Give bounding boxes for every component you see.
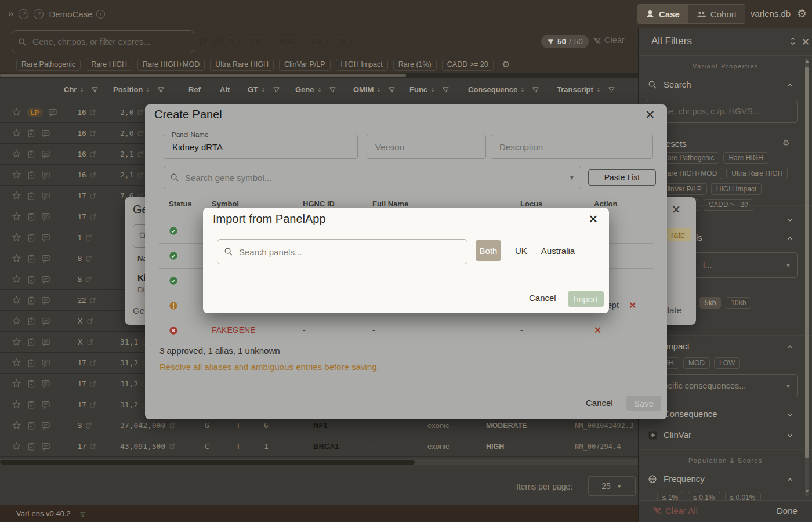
close-sidebar-icon[interactable]: ✕ [802,36,810,48]
comment-icon[interactable] [41,296,50,305]
external-link-icon[interactable] [85,234,93,241]
description-input[interactable] [498,142,646,153]
done-button[interactable]: Done [777,506,798,516]
star-icon[interactable] [12,316,21,326]
close-icon[interactable]: ✕ [645,108,655,122]
comment-icon[interactable] [212,36,223,47]
save-button-disabled[interactable]: Save [626,396,661,411]
class-chip-lb[interactable]: LB [307,34,328,48]
star-icon[interactable] [12,420,21,430]
class-chip-b[interactable]: B [335,34,351,48]
clipboard-check-icon[interactable] [27,212,36,222]
clipboard-check-icon[interactable] [27,275,36,284]
filter-icon[interactable] [532,86,539,93]
star-icon[interactable] [12,191,21,201]
star-icon[interactable] [12,212,21,222]
comment-icon[interactable] [41,338,50,347]
table-scrollbar[interactable] [0,459,638,465]
filter-chip[interactable]: Rare HIGH+MOD [137,59,205,71]
external-link-icon[interactable] [85,255,93,262]
create-button-fragment[interactable]: rate [665,228,691,241]
sort-icon[interactable] [375,86,382,94]
comment-icon[interactable] [41,212,50,222]
filter-chip[interactable]: Rare (1%) [393,59,437,71]
gene-value[interactable]: BRCA1 [313,442,339,451]
scroll-down-arrow[interactable]: ▼ [804,488,810,494]
update-button-fragment[interactable]: date [665,305,682,315]
clipboard-check-icon[interactable] [27,171,36,180]
clipboard-check-icon[interactable] [27,358,36,368]
star-icon[interactable] [12,253,21,263]
external-link-icon[interactable] [85,422,93,429]
sort-icon[interactable] [519,86,526,94]
comment-icon[interactable] [41,317,50,326]
page-size-select[interactable]: 25 ▼ [588,476,636,496]
panels-search-field[interactable] [217,239,467,264]
clipboard-check-icon[interactable] [27,150,36,159]
comment-icon[interactable] [41,233,50,242]
scope-button-both[interactable]: Both [476,240,501,261]
star-icon[interactable] [12,295,21,305]
tab-case[interactable]: Case [637,5,688,23]
external-link-icon[interactable] [89,150,97,158]
remove-icon[interactable]: ✕ [629,300,636,311]
external-link-icon[interactable] [89,380,97,387]
sort-icon[interactable] [316,86,323,94]
filter-icon[interactable] [157,86,165,93]
filter-chip[interactable]: Rare HIGH [86,59,132,71]
clipboard-check-icon[interactable] [27,317,36,326]
comment-icon[interactable] [41,129,50,138]
variant-search-input[interactable] [31,37,188,47]
comment-icon[interactable] [41,171,50,180]
star-icon[interactable] [12,128,21,138]
sidebar-preset-chip[interactable]: Rare HIGH [723,152,768,164]
external-link-icon[interactable] [89,296,97,304]
filter-icon[interactable] [273,86,280,93]
column-header-chr[interactable]: Chr [64,85,113,94]
star-icon[interactable] [12,107,21,117]
chips-gear-icon[interactable]: ⚙ [502,59,510,70]
external-link-icon[interactable] [89,171,97,179]
sidebar-preset-chip[interactable]: HIGH Impact [711,183,762,195]
comment-icon[interactable] [41,150,50,159]
clipboard-check-icon[interactable] [27,129,36,138]
caret-down-icon[interactable]: ▼ [569,175,575,181]
section-clinvar[interactable]: ClinVar [639,428,812,443]
star-icon[interactable] [12,170,21,180]
column-header-alt[interactable]: Alt [220,85,248,94]
scope-button-australia[interactable]: Australia [541,246,575,256]
sidebar-scrollbar-thumb[interactable] [805,67,809,458]
table-row[interactable]: 1743,091,500CT1BRCA1--exonicHIGHNM_00729… [0,436,638,457]
star-icon[interactable] [12,379,21,389]
comment-icon[interactable] [41,442,50,451]
column-header-func[interactable]: Func [409,85,468,94]
cancel-button[interactable]: Cancel [529,293,556,303]
clipboard-check-icon[interactable] [27,379,36,389]
consequences-select[interactable]: Specific consequences... ▼ [647,374,798,397]
panels-search-input[interactable] [238,246,461,258]
gene-value[interactable]: NF1 [313,421,328,430]
comment-icon[interactable] [41,254,50,263]
star-icon[interactable] [12,149,21,159]
settings-gear-icon[interactable]: ⚙ [797,7,807,20]
description-field[interactable] [491,135,653,159]
external-link-icon[interactable] [89,359,97,367]
impact-chip-low[interactable]: LOW [714,357,740,369]
panel-name-input[interactable] [171,142,350,153]
sort-icon[interactable] [144,86,151,94]
external-link-icon[interactable] [137,171,144,179]
sort-icon[interactable] [260,86,267,94]
external-link-icon[interactable] [86,317,94,325]
filter-chip[interactable]: ClinVar P/LP [279,59,331,71]
filter-chip[interactable]: HIGH Impact [336,59,388,71]
external-link-icon[interactable] [89,129,97,137]
column-header-transcript[interactable]: Transcript [557,85,638,94]
star-icon[interactable] [12,400,21,409]
presets-gear-icon[interactable]: ⚙ [782,138,790,147]
star-icon[interactable] [12,441,21,451]
sidebar-preset-chip[interactable]: CADD >= 20 [704,199,753,211]
sidebar-expand-icon[interactable]: » [8,8,13,20]
comment-icon[interactable] [41,275,50,284]
column-header-consequence[interactable]: Consequence [468,85,557,94]
clipboard-check-icon[interactable] [27,442,36,451]
